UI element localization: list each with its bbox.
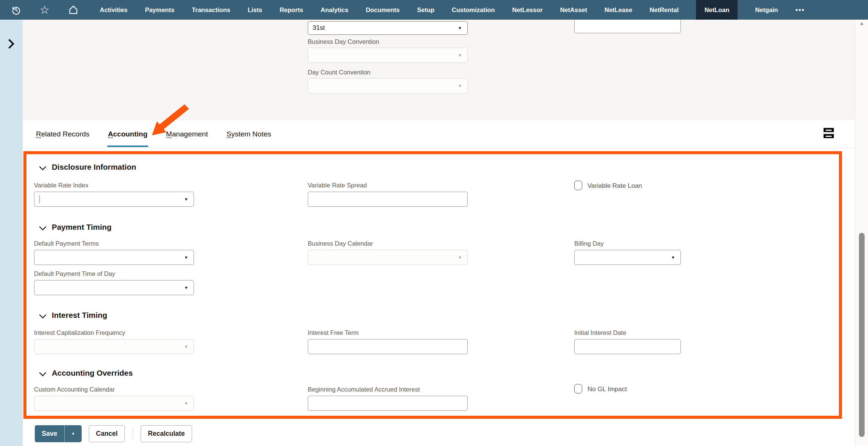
no-gl-impact-label: No GL Impact bbox=[587, 386, 627, 393]
section-title-accounting-overrides: Accounting Overrides bbox=[52, 369, 133, 378]
business-day-convention-dropdown[interactable]: ▼ bbox=[308, 48, 468, 63]
billing-day-label: Billing Day bbox=[574, 240, 604, 247]
nav-item-netgain[interactable]: Netgain bbox=[755, 0, 778, 20]
section-chevron-down-icon[interactable] bbox=[39, 372, 46, 376]
day-count-convention-dropdown[interactable]: ▼ bbox=[308, 78, 468, 93]
tab-related-records[interactable]: Related Records bbox=[36, 120, 90, 148]
nav-item-transactions[interactable]: Transactions bbox=[192, 0, 230, 20]
dropdown-arrow-icon: ▼ bbox=[184, 197, 188, 201]
recalculate-button[interactable]: Recalculate bbox=[141, 425, 192, 442]
variable-rate-loan-checkbox[interactable] bbox=[574, 181, 582, 190]
day-select-dropdown[interactable]: 31st ▼ bbox=[308, 21, 468, 35]
day-select-value: 31st bbox=[313, 24, 325, 32]
navbar-icon-group: ☆ bbox=[11, 5, 79, 15]
button-divider bbox=[133, 427, 133, 441]
vertical-scrollbar[interactable]: ▲ bbox=[855, 20, 868, 446]
tab-management[interactable]: Management bbox=[166, 120, 208, 148]
nav-item-netrental[interactable]: NetRental bbox=[649, 0, 679, 20]
save-split-button: Save ▼ bbox=[35, 425, 82, 442]
nav-item-netlessor[interactable]: NetLessor bbox=[512, 0, 543, 20]
top-navbar: ☆ Activities Payments Transactions Lists… bbox=[0, 0, 868, 20]
star-icon[interactable]: ☆ bbox=[39, 5, 50, 15]
section-title-interest-timing: Interest Timing bbox=[52, 311, 107, 320]
beginning-accumulated-accrued-interest-label: Beginning Accumulated Accrued Interest bbox=[308, 386, 420, 393]
nav-item-setup[interactable]: Setup bbox=[417, 0, 434, 20]
tab-system-notes[interactable]: System Notes bbox=[226, 120, 271, 148]
interest-free-term-input[interactable] bbox=[308, 339, 468, 354]
initial-interest-date-input[interactable] bbox=[574, 339, 681, 354]
tab-accounting[interactable]: Accounting bbox=[108, 120, 148, 148]
nav-item-netloan[interactable]: NetLoan bbox=[696, 0, 738, 20]
business-day-calendar-dropdown[interactable]: ▼ bbox=[308, 250, 468, 265]
section-chevron-down-icon[interactable] bbox=[39, 314, 46, 319]
collapsed-sidebar bbox=[0, 20, 23, 446]
interest-capitalization-frequency-dropdown[interactable]: ▼ bbox=[34, 339, 194, 354]
dropdown-arrow-icon: ▼ bbox=[458, 84, 462, 88]
section-chevron-down-icon[interactable] bbox=[39, 226, 46, 231]
section-title-payment-timing: Payment Timing bbox=[52, 223, 112, 232]
section-chevron-down-icon[interactable] bbox=[39, 166, 46, 170]
navbar-menu: Activities Payments Transactions Lists R… bbox=[100, 0, 805, 20]
history-icon[interactable] bbox=[11, 5, 21, 15]
nav-item-reports[interactable]: Reports bbox=[280, 0, 303, 20]
nav-item-customization[interactable]: Customization bbox=[452, 0, 495, 20]
default-payment-time-of-day-dropdown[interactable]: ▼ bbox=[34, 280, 194, 295]
save-button[interactable]: Save bbox=[35, 425, 64, 442]
dropdown-arrow-icon: ▼ bbox=[458, 26, 462, 30]
header-right-input[interactable] bbox=[574, 17, 681, 33]
interest-capitalization-frequency-label: Interest Capitalization Frequency bbox=[34, 329, 125, 336]
cancel-button[interactable]: Cancel bbox=[89, 425, 125, 442]
scroll-up-arrow-icon[interactable]: ▲ bbox=[856, 20, 868, 26]
variable-rate-index-label: Variable Rate Index bbox=[34, 181, 88, 189]
billing-day-dropdown[interactable]: ▼ bbox=[574, 250, 681, 265]
dropdown-arrow-icon: ▼ bbox=[458, 53, 462, 57]
variable-rate-spread-label: Variable Rate Spread bbox=[308, 181, 367, 189]
dropdown-arrow-icon: ▼ bbox=[184, 255, 188, 260]
nav-item-netasset[interactable]: NetAsset bbox=[560, 0, 587, 20]
home-icon[interactable] bbox=[68, 5, 79, 15]
nav-item-activities[interactable]: Activities bbox=[100, 0, 127, 20]
sidebar-expand-chevron-icon[interactable] bbox=[5, 38, 17, 50]
dropdown-arrow-icon: ▼ bbox=[184, 401, 188, 406]
subtab-bar: Related Records Accounting Management Sy… bbox=[23, 120, 855, 148]
beginning-accumulated-accrued-interest-input[interactable] bbox=[308, 396, 468, 411]
nav-item-payments[interactable]: Payments bbox=[145, 0, 174, 20]
scrollbar-thumb[interactable] bbox=[859, 233, 865, 437]
no-gl-impact-checkbox[interactable] bbox=[574, 384, 582, 393]
day-count-convention-label: Day Count Convention bbox=[308, 68, 370, 76]
nav-item-netlease[interactable]: NetLease bbox=[604, 0, 632, 20]
interest-free-term-label: Interest Free Term bbox=[308, 329, 359, 336]
nav-overflow-menu[interactable]: ••• bbox=[795, 6, 805, 14]
section-title-disclosure-information: Disclosure Information bbox=[52, 163, 136, 172]
save-options-dropdown-icon[interactable]: ▼ bbox=[64, 425, 82, 442]
business-day-convention-label: Business Day Convention bbox=[308, 38, 379, 45]
default-payment-terms-label: Default Payment Terms bbox=[34, 240, 99, 247]
default-payment-time-of-day-label: Default Payment Time of Day bbox=[34, 270, 115, 277]
dropdown-arrow-icon: ▼ bbox=[184, 285, 188, 290]
variable-rate-loan-label: Variable Rate Loan bbox=[587, 182, 642, 190]
text-cursor bbox=[39, 195, 40, 203]
nav-item-documents[interactable]: Documents bbox=[366, 0, 400, 20]
nav-item-lists[interactable]: Lists bbox=[248, 0, 262, 20]
custom-accounting-calendar-label: Custom Accounting Calendar bbox=[34, 386, 115, 393]
default-payment-terms-dropdown[interactable]: ▼ bbox=[34, 250, 194, 265]
annotation-highlight-box: Disclosure Information Variable Rate Ind… bbox=[23, 151, 842, 419]
business-day-calendar-label: Business Day Calendar bbox=[308, 240, 373, 247]
dropdown-arrow-icon: ▼ bbox=[184, 344, 188, 349]
initial-interest-date-label: Initial Interest Date bbox=[574, 329, 626, 336]
dropdown-arrow-icon: ▼ bbox=[671, 255, 675, 260]
nav-item-analytics[interactable]: Analytics bbox=[321, 0, 348, 20]
variable-rate-index-dropdown[interactable]: ▼ bbox=[34, 192, 194, 207]
collapse-sections-icon[interactable] bbox=[823, 128, 835, 140]
dropdown-arrow-icon: ▼ bbox=[458, 255, 462, 260]
custom-accounting-calendar-dropdown[interactable]: ▼ bbox=[34, 396, 194, 411]
variable-rate-spread-input[interactable] bbox=[308, 192, 468, 207]
